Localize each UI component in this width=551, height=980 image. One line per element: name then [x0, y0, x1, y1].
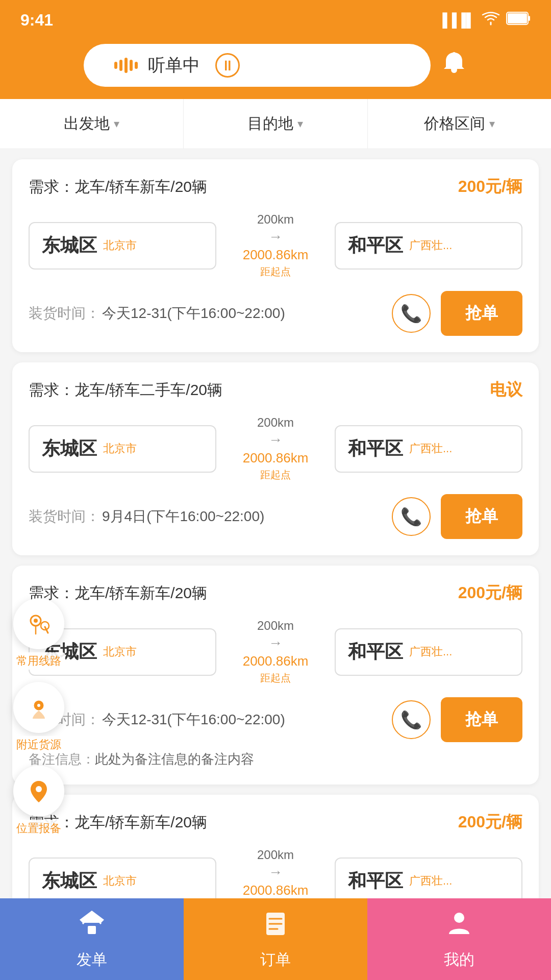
- listen-label: 听单中: [148, 54, 200, 77]
- card-4-short-dist: 200km: [257, 848, 294, 862]
- phone-icon-2: 📞: [400, 506, 422, 527]
- card-2-dist-label: 距起点: [260, 468, 291, 482]
- battery-icon: [506, 12, 531, 29]
- card-3-arrow: [268, 635, 283, 651]
- card-2-to-city: 和平区: [348, 436, 403, 461]
- card-3-long-dist: 2000.86km: [243, 653, 309, 669]
- card-2-header: 需求：龙车/轿车二手车/20辆 电议: [29, 379, 522, 401]
- card-3-price: 200元/辆: [458, 582, 522, 604]
- filter-price[interactable]: 价格区间 ▾: [368, 99, 551, 149]
- card-1-to: 和平区 广西壮...: [335, 222, 522, 270]
- location-report-button[interactable]: 位置报备: [12, 766, 65, 837]
- card-2-actions: 📞 抢单: [392, 494, 522, 539]
- card-2-to-province: 广西壮...: [409, 441, 452, 456]
- float-buttons: 常用线路 附近货源 位置报备: [12, 598, 65, 837]
- card-3-remark-text: 此处为备注信息的备注内容: [95, 751, 254, 767]
- card-1-title: 需求：龙车/轿车新车/20辆: [29, 177, 207, 198]
- card-3-header: 需求：龙车/轿车新车/20辆 200元/辆: [29, 582, 522, 604]
- tab-post[interactable]: 发单: [0, 898, 184, 980]
- card-2-route: 东城区 北京市 200km 2000.86km 距起点 和平区 广西壮...: [29, 415, 522, 482]
- tab-mine-icon: [445, 909, 473, 943]
- phone-icon: 📞: [400, 303, 422, 324]
- card-1-route: 东城区 北京市 200km 2000.86km 距起点 和平区 广西壮...: [29, 212, 522, 279]
- card-2-to: 和平区 广西壮...: [335, 425, 522, 473]
- card-2-arrow: [268, 432, 283, 448]
- tab-mine-label: 我的: [444, 949, 474, 970]
- card-2-grab-button[interactable]: 抢单: [441, 494, 522, 539]
- card-1-from-city: 东城区: [42, 233, 97, 258]
- location-report-label: 位置报备: [12, 820, 65, 837]
- nearby-cargo-icon: [13, 682, 64, 733]
- card-4-header: 需求：龙车/轿车新车/20辆 200元/辆: [29, 811, 522, 834]
- card-3-to-province: 广西壮...: [409, 644, 452, 659]
- card-1-price: 200元/辆: [458, 176, 522, 198]
- common-route-icon: [13, 598, 64, 649]
- card-4-from: 东城区 北京市: [29, 857, 216, 905]
- card-3-phone-button[interactable]: 📞: [392, 700, 431, 739]
- listen-bar[interactable]: 听单中: [84, 44, 431, 87]
- svg-rect-10: [88, 926, 96, 934]
- card-2-phone-button[interactable]: 📞: [392, 497, 431, 536]
- card-1-footer: 装货时间：今天12-31(下午16:00~22:00) 📞 抢单: [29, 291, 522, 336]
- tab-mine[interactable]: 我的: [367, 898, 551, 980]
- tab-order-icon: [261, 909, 290, 943]
- card-2-long-dist: 2000.86km: [243, 450, 309, 466]
- status-time: 9:41: [20, 11, 53, 30]
- tab-order-label: 订单: [260, 949, 291, 970]
- status-bar: 9:41 ▐▐▐▌: [0, 0, 551, 36]
- card-2-time-label: 装货时间：: [29, 508, 100, 524]
- card-4-long-dist: 2000.86km: [243, 883, 309, 898]
- card-4-from-city: 东城区: [42, 869, 97, 894]
- phone-icon-3: 📞: [400, 709, 422, 730]
- filter-origin-arrow: ▾: [114, 117, 119, 131]
- order-card-3: 需求：龙车/轿车新车/20辆 200元/辆 东城区 北京市 200km 2000…: [12, 566, 539, 785]
- card-4-arrow: [268, 864, 283, 880]
- card-3-short-dist: 200km: [257, 619, 294, 633]
- pause-button[interactable]: [215, 53, 240, 78]
- nearby-cargo-button[interactable]: 附近货源: [12, 682, 65, 753]
- card-2-from-city: 东城区: [42, 436, 97, 461]
- card-4-to-province: 广西壮...: [409, 873, 452, 889]
- card-1-time-value: 今天12-31(下午16:00~22:00): [102, 305, 285, 321]
- card-3-time-value: 今天12-31(下午16:00~22:00): [102, 712, 285, 727]
- card-3-from-province: 北京市: [103, 644, 137, 659]
- card-1-dist-label: 距起点: [260, 265, 291, 279]
- tab-post-icon: [78, 909, 106, 943]
- filter-destination-arrow: ▾: [297, 117, 303, 131]
- filter-price-label: 价格区间: [424, 113, 485, 134]
- card-3-grab-button[interactable]: 抢单: [441, 697, 522, 742]
- card-1-header: 需求：龙车/轿车新车/20辆 200元/辆: [29, 176, 522, 198]
- filter-origin[interactable]: 出发地 ▾: [0, 99, 184, 149]
- tab-order[interactable]: 订单: [184, 898, 367, 980]
- nearby-cargo-label: 附近货源: [12, 736, 65, 753]
- common-route-button[interactable]: 常用线路: [12, 598, 65, 670]
- card-2-short-dist: 200km: [257, 415, 294, 430]
- card-1-time-label: 装货时间：: [29, 305, 100, 321]
- card-2-time: 装货时间：9月4日(下午16:00~22:00): [29, 507, 264, 526]
- common-route-label: 常用线路: [12, 652, 65, 670]
- tab-post-label: 发单: [77, 949, 107, 970]
- status-icons: ▐▐▐▌: [438, 11, 531, 29]
- bell-icon[interactable]: [441, 50, 467, 81]
- cards-area: 需求：龙车/轿车新车/20辆 200元/辆 东城区 北京市 200km 2000…: [0, 149, 551, 980]
- filter-destination[interactable]: 目的地 ▾: [184, 99, 367, 149]
- card-1-short-dist: 200km: [257, 212, 294, 227]
- card-1-grab-button[interactable]: 抢单: [441, 291, 522, 336]
- card-3-route: 东城区 北京市 200km 2000.86km 距起点 和平区 广西壮...: [29, 619, 522, 685]
- svg-point-3: [453, 52, 456, 55]
- svg-rect-2: [508, 13, 527, 23]
- svg-point-15: [454, 913, 464, 923]
- card-2-footer: 装货时间：9月4日(下午16:00~22:00) 📞 抢单: [29, 494, 522, 539]
- card-1-distance: 200km 2000.86km 距起点: [224, 212, 327, 279]
- card-3-actions: 📞 抢单: [392, 697, 522, 742]
- card-1-actions: 📞 抢单: [392, 291, 522, 336]
- card-4-price: 200元/辆: [458, 811, 522, 834]
- card-3-to: 和平区 广西壮...: [335, 628, 522, 676]
- svg-point-9: [36, 786, 42, 792]
- card-3-distance: 200km 2000.86km 距起点: [224, 619, 327, 685]
- card-1-phone-button[interactable]: 📞: [392, 294, 431, 333]
- filter-destination-label: 目的地: [247, 113, 293, 134]
- filter-price-arrow: ▾: [489, 117, 495, 131]
- location-report-icon: [13, 766, 64, 817]
- signal-icon: ▐▐▐▌: [438, 12, 475, 28]
